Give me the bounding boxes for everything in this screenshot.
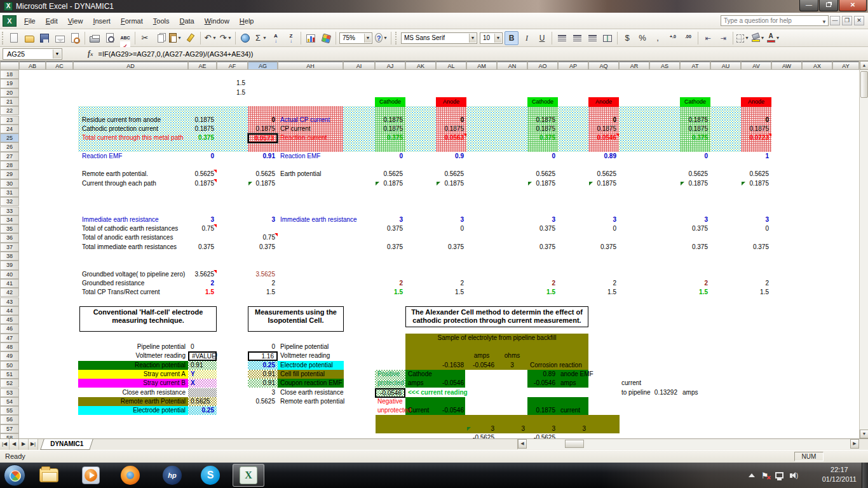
- row-header-48[interactable]: 48: [0, 342, 19, 351]
- column-header-AB[interactable]: AB: [19, 61, 46, 70]
- merge-center-button[interactable]: [600, 31, 614, 45]
- taskbar-clock[interactable]: 22:17 01/12/2011: [822, 465, 857, 484]
- row-header-41[interactable]: 41: [0, 279, 19, 288]
- cell-AQ35[interactable]: 0: [588, 224, 619, 234]
- row-header-37[interactable]: 37: [0, 243, 19, 252]
- tab-first-icon[interactable]: |◀: [0, 439, 10, 450]
- cell-AL23[interactable]: 0: [436, 116, 466, 125]
- row-header-50[interactable]: 50: [0, 361, 19, 370]
- cell-AG29[interactable]: 0.5625: [248, 170, 278, 179]
- cell-AP51[interactable]: anode EMF: [558, 370, 588, 379]
- cell-AH49[interactable]: Voltmeter reading: [278, 351, 343, 361]
- cell-AJ37[interactable]: 0.375: [375, 243, 405, 252]
- print-button[interactable]: [88, 31, 102, 45]
- row-header-22[interactable]: 22: [0, 106, 19, 115]
- cell-AO55[interactable]: 0.1875: [527, 406, 558, 416]
- cell-AE55[interactable]: 0.25: [188, 406, 217, 416]
- underline-button[interactable]: U: [535, 31, 549, 45]
- cell-AP52[interactable]: amps: [558, 379, 588, 388]
- row-header-51[interactable]: 51: [0, 370, 19, 379]
- cell-AQ42[interactable]: 1.5: [588, 288, 619, 297]
- select-all-corner[interactable]: [0, 61, 19, 70]
- row-header-44[interactable]: 44: [0, 306, 19, 315]
- row-header-54[interactable]: 54: [0, 397, 19, 406]
- column-header-AQ[interactable]: AQ: [588, 61, 619, 70]
- workbook-restore-button[interactable]: ❐: [842, 16, 852, 25]
- cell-AJ41[interactable]: 2: [375, 279, 405, 288]
- cell-AE30[interactable]: 0.1875: [188, 179, 217, 189]
- cell-AD23[interactable]: Residue current from anode: [73, 116, 188, 125]
- cell-AE40[interactable]: 3.5625: [188, 270, 217, 280]
- cell-AV37[interactable]: 0.375: [741, 243, 771, 252]
- cell-AT35[interactable]: 0.375: [680, 224, 710, 234]
- row-header-46[interactable]: 46: [0, 324, 19, 333]
- column-header-AE[interactable]: AE: [188, 61, 217, 70]
- cell-AL25[interactable]: 0.0563: [436, 133, 466, 143]
- cell-AL24[interactable]: 0.1875: [436, 125, 466, 134]
- cell-AE35[interactable]: 0.75: [188, 224, 217, 234]
- help-dropdown-icon[interactable]: ▼: [822, 17, 827, 27]
- cell-AO58[interactable]: -0.5625: [527, 433, 558, 438]
- cell-AJ54[interactable]: Negative: [375, 397, 405, 407]
- cell-AD37[interactable]: Total immediate earth resistances: [73, 243, 188, 252]
- cell-AH23[interactable]: Actual CP current: [278, 116, 343, 125]
- tab-last-icon[interactable]: ▶|: [29, 439, 38, 450]
- cell-AQ27[interactable]: 0.89: [588, 152, 619, 161]
- cell-AL55[interactable]: -0.0546: [436, 406, 466, 416]
- chart-wizard-button[interactable]: [304, 31, 318, 45]
- cell-AM57[interactable]: 3: [466, 424, 497, 434]
- align-right-button[interactable]: [585, 31, 599, 45]
- cell-AM50[interactable]: -0.0546: [466, 361, 497, 370]
- taskbar-hp-button[interactable]: hp: [156, 464, 188, 487]
- cell-AT23[interactable]: 0.1875: [680, 116, 710, 125]
- comma-button[interactable]: ,: [651, 31, 665, 45]
- cell-AT25[interactable]: 0.375: [680, 133, 710, 143]
- autosum-button[interactable]: Σ▼: [254, 31, 268, 45]
- cell-AO30[interactable]: 0.1875: [527, 179, 558, 189]
- cell-AQ37[interactable]: 0.375: [588, 243, 619, 252]
- cell-AR52[interactable]: current: [619, 379, 680, 388]
- show-desktop-button[interactable]: [862, 463, 868, 488]
- name-box[interactable]: AG25 ▼: [3, 48, 62, 60]
- cell-AD35[interactable]: Total of cathodic earth resistances: [73, 224, 188, 234]
- cell-AG49[interactable]: 1.16: [248, 351, 278, 361]
- row-header-53[interactable]: 53: [0, 388, 19, 397]
- cell-AO51[interactable]: 0.89: [527, 370, 558, 379]
- vertical-scrollbar[interactable]: ▲ ▼: [859, 61, 868, 438]
- cell-AK47[interactable]: Sample of electrolyte from pipeline back…: [405, 334, 588, 343]
- cell-AO34[interactable]: 3: [527, 215, 558, 225]
- currency-button[interactable]: $: [620, 31, 634, 45]
- cell-AG30[interactable]: 0.1875: [248, 179, 278, 189]
- row-header-24[interactable]: 24: [0, 125, 19, 133]
- cell-AD25[interactable]: Total current through this metal path: [73, 133, 188, 143]
- volume-icon[interactable]: ): [790, 472, 798, 479]
- cell-AT41[interactable]: 2: [680, 279, 710, 288]
- cell-AD34[interactable]: Immediate earth resistance: [73, 215, 188, 225]
- cell-AD49[interactable]: Voltmeter reading: [73, 351, 188, 361]
- column-header-AP[interactable]: AP: [558, 61, 588, 70]
- column-header-AW[interactable]: AW: [771, 61, 802, 70]
- cell-AL42[interactable]: 1.5: [436, 288, 466, 297]
- cell-AL27[interactable]: 0.9: [436, 152, 466, 161]
- cell-AN49[interactable]: ohms: [497, 351, 527, 361]
- cell-AO57[interactable]: 3: [527, 424, 558, 434]
- column-header-AL[interactable]: AL: [436, 61, 466, 70]
- cell-AO23[interactable]: 0.1875: [527, 116, 558, 125]
- italic-button[interactable]: I: [520, 31, 534, 45]
- cell-AT37[interactable]: 0.375: [680, 243, 710, 252]
- row-header-28[interactable]: 28: [0, 161, 19, 170]
- sort-ascending-button[interactable]: A↓: [269, 31, 283, 45]
- cell-AF19[interactable]: 1.5: [217, 79, 248, 88]
- cell-AD30[interactable]: Current through each path: [73, 179, 188, 189]
- cell-AK55[interactable]: Current: [405, 406, 436, 416]
- decrease-indent-button[interactable]: ⇤: [701, 31, 715, 45]
- cell-AO25[interactable]: 0.375: [527, 133, 558, 143]
- cell-AG51[interactable]: 0.91: [248, 370, 278, 379]
- cell-AE27[interactable]: 0: [188, 152, 217, 161]
- cell-AN50[interactable]: 3: [497, 361, 527, 370]
- menu-view[interactable]: View: [63, 15, 88, 27]
- cell-AD51[interactable]: Stray current A: [73, 370, 188, 379]
- cell-AG25[interactable]: 0.0573: [248, 133, 278, 143]
- row-header-30[interactable]: 30: [0, 179, 19, 188]
- cell-AV21[interactable]: Anode: [741, 97, 771, 107]
